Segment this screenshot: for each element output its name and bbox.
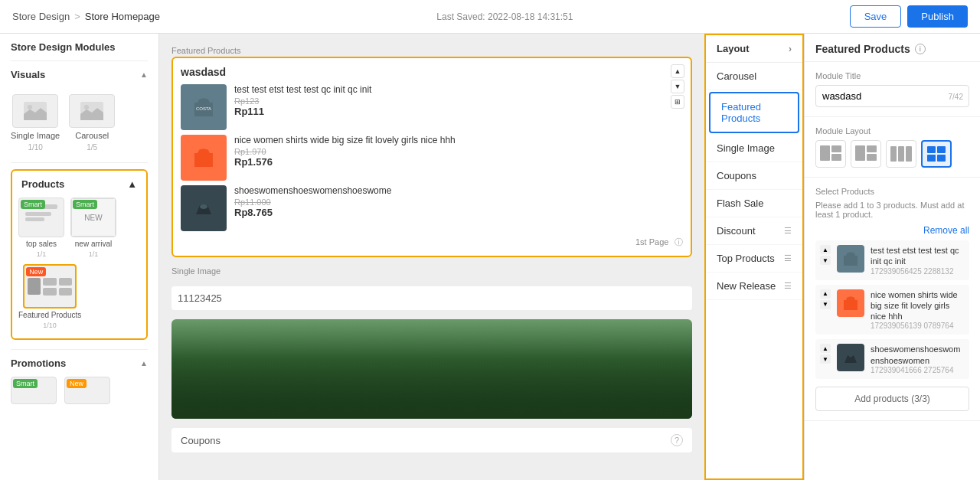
- carousel-label: Carousel: [75, 131, 109, 140]
- products-grid: Smart top sales 1/1 Sm: [15, 194, 143, 335]
- config-product-arrows-3: ▲ ▼: [820, 344, 831, 364]
- discount-icon: ☰: [784, 226, 792, 236]
- layout-item-discount[interactable]: Discount ☰: [706, 217, 802, 245]
- svg-point-8: [200, 204, 207, 209]
- layout-panel: Layout › Carousel Featured Products Sing…: [704, 34, 804, 480]
- breadcrumb-store-homepage: Store Homepage: [85, 11, 160, 22]
- breadcrumb-store-design[interactable]: Store Design: [12, 11, 70, 22]
- layout-item-coupons[interactable]: Coupons: [706, 162, 802, 190]
- module-title-count: 7/42: [949, 92, 963, 100]
- top-sales-thumb[interactable]: Smart top sales 1/1: [18, 198, 64, 258]
- promo-new-badge: New: [67, 379, 87, 388]
- save-button[interactable]: Save: [850, 5, 902, 28]
- add-products-button[interactable]: Add products (3/3): [815, 387, 969, 411]
- layout-item-carousel[interactable]: Carousel: [706, 63, 802, 90]
- products-section-header[interactable]: Products ▲: [15, 174, 143, 194]
- carousel-box: [69, 94, 115, 128]
- canvas: Featured Products wasdasd ▲ ▼ ⊞ COSTA t: [159, 34, 704, 480]
- config-product-name-3: shoeswomenshoeswomenshoeswomen: [871, 344, 965, 366]
- carousel-thumb[interactable]: Carousel 1/5: [69, 94, 115, 152]
- layout-title: Layout: [717, 43, 750, 54]
- featured-module-label: Featured Products: [172, 46, 692, 55]
- coupons-label: Coupons: [181, 435, 220, 446]
- layout-item-release[interactable]: New Release ☰: [706, 273, 802, 300]
- featured-products-card[interactable]: wasdasd ▲ ▼ ⊞ COSTA test test etst test …: [172, 57, 692, 257]
- layout-opt-2col-2[interactable]: [851, 140, 881, 168]
- header-actions: Save Publish: [850, 5, 968, 28]
- fp-nav: ▲ ▼ ⊞: [671, 64, 684, 109]
- layout-item-flash-sale[interactable]: Flash Sale: [706, 190, 802, 217]
- canvas-single-image: Single Image: [172, 266, 692, 277]
- select-products-desc: Please add 1 to 3 products. Must add at …: [815, 201, 969, 219]
- product-3-up-btn[interactable]: ▲: [820, 344, 831, 353]
- visuals-chevron: ▲: [140, 70, 148, 79]
- featured-products-sub: 1/10: [43, 322, 57, 329]
- product-2-up-btn[interactable]: ▲: [820, 289, 831, 299]
- layout-opt-2col-2-inner: [855, 145, 877, 162]
- fp-product-price-orig-3: Rp11.000: [234, 198, 683, 207]
- fp-product-item-2: nice women shirts wide big size fit love…: [181, 135, 683, 181]
- fp-product-price-2: Rp1.576: [234, 156, 683, 168]
- fp-product-img-3: [181, 185, 227, 231]
- visuals-grid: Single Image 1/10 Carousel 1/5: [0, 88, 158, 162]
- breadcrumb-separator: >: [74, 11, 80, 22]
- promo-new-thumb[interactable]: New: [64, 377, 110, 404]
- config-product-item-3: ▲ ▼ shoeswomenshoeswomenshoeswomen 17293…: [815, 339, 969, 379]
- fp-settings[interactable]: ⊞: [671, 95, 684, 109]
- promotions-grid: Smart New: [0, 377, 158, 413]
- product-1-up-btn[interactable]: ▲: [820, 245, 831, 254]
- layout-item-featured[interactable]: Featured Products: [709, 92, 799, 133]
- carousel-sub: 1/5: [87, 143, 97, 152]
- fp-scroll-down[interactable]: ▼: [671, 80, 684, 93]
- product-3-down-btn[interactable]: ▼: [820, 354, 831, 364]
- product-2-down-btn[interactable]: ▼: [820, 300, 831, 309]
- last-saved: Last Saved: 2022-08-18 14:31:51: [436, 11, 573, 22]
- page-info-text: 1st Page: [635, 237, 668, 247]
- config-product-arrows-2: ▲ ▼: [820, 289, 831, 309]
- fp-product-info-1: test test etst test test qc init qc init…: [234, 84, 683, 117]
- page-info-icon: ⓘ: [675, 237, 683, 247]
- fp-product-img-2: [181, 135, 227, 181]
- visuals-section-header[interactable]: Visuals ▲: [0, 61, 158, 88]
- fp-scroll-up[interactable]: ▲: [671, 64, 684, 78]
- config-product-name-2: nice women shirts wide big size fit love…: [871, 289, 965, 322]
- new-arrival-sub: 1/1: [89, 250, 99, 258]
- product-1-down-btn[interactable]: ▼: [820, 256, 831, 265]
- layout-opt-3col[interactable]: [886, 140, 916, 168]
- svg-text:COSTA: COSTA: [196, 106, 211, 111]
- main-layout: Store Design Modules Visuals ▲ Single Im…: [0, 34, 980, 480]
- fp-product-info-3: shoeswomenshoeswomenshoeswome Rp11.000 R…: [234, 185, 683, 218]
- config-product-img-2: [837, 289, 864, 317]
- single-image-thumb[interactable]: Single Image 1/10: [11, 94, 60, 152]
- config-panel: Featured Products i Module Title 7/42 Mo…: [804, 34, 980, 480]
- promotions-label: Promotions: [11, 358, 66, 369]
- config-header: Featured Products i: [805, 34, 980, 62]
- remove-all-link[interactable]: Remove all: [815, 225, 969, 236]
- coupons-row: Coupons ?: [172, 428, 692, 452]
- config-products-list: ▲ ▼ test test etst test test qc init qc …: [815, 240, 969, 379]
- new-arrival-thumb[interactable]: Smart NEW new arrival 1/1: [70, 198, 116, 258]
- fp-page-info: 1st Page ⓘ: [181, 236, 683, 248]
- layout-selector: [815, 140, 969, 168]
- module-title-input[interactable]: [815, 85, 969, 107]
- featured-products-thumb[interactable]: New: [18, 264, 81, 329]
- promotions-section-header[interactable]: Promotions ▲: [0, 350, 158, 377]
- config-product-img-1: [837, 245, 864, 273]
- promo-smart-badge: Smart: [13, 379, 38, 388]
- new-badge: New: [26, 267, 46, 276]
- publish-button[interactable]: Publish: [907, 5, 968, 28]
- promo-smart-thumb[interactable]: Smart: [11, 377, 57, 404]
- config-product-arrows-1: ▲ ▼: [820, 245, 831, 265]
- layout-item-single-image[interactable]: Single Image: [706, 135, 802, 162]
- config-product-item-1: ▲ ▼ test test etst test test qc init qc …: [815, 240, 969, 280]
- sidebar-title-text: Store Design Modules: [11, 41, 116, 53]
- layout-item-top-products[interactable]: Top Products ☰: [706, 245, 802, 273]
- new-arrival-box: Smart NEW: [70, 198, 116, 237]
- layout-coupons-label: Coupons: [717, 170, 756, 181]
- sidebar-title: Store Design Modules: [0, 34, 158, 60]
- featured-products-box: New: [23, 264, 77, 309]
- layout-opt-selected[interactable]: [921, 140, 952, 168]
- header: Store Design > Store Homepage Last Saved…: [0, 0, 980, 34]
- release-icon: ☰: [784, 281, 792, 291]
- layout-opt-2col-1[interactable]: [815, 140, 846, 168]
